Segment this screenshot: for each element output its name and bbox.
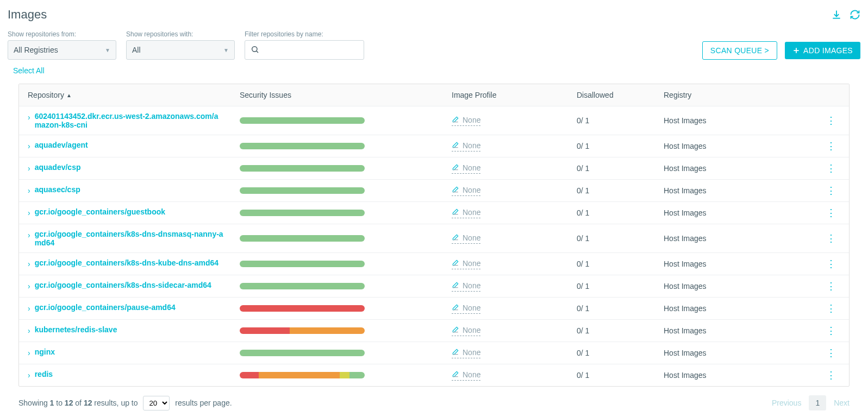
repo-link[interactable]: gcr.io/google_containers/k8s-dns-sidecar…: [35, 281, 211, 289]
expand-row-icon[interactable]: ›: [28, 370, 30, 381]
expand-row-icon[interactable]: ›: [28, 112, 30, 123]
image-profile[interactable]: None: [452, 163, 480, 174]
profile-value: None: [463, 259, 480, 268]
edit-icon: [452, 186, 459, 195]
expand-row-icon[interactable]: ›: [28, 258, 30, 269]
col-security[interactable]: Security Issues: [235, 91, 447, 99]
registry-value: Host Images: [659, 260, 817, 268]
image-profile[interactable]: None: [452, 348, 480, 358]
image-profile[interactable]: None: [452, 208, 480, 218]
expand-row-icon[interactable]: ›: [28, 281, 30, 292]
row-menu-icon[interactable]: ⋮: [817, 326, 845, 336]
edit-icon: [452, 233, 459, 243]
search-input[interactable]: [264, 46, 359, 54]
image-profile[interactable]: None: [452, 186, 480, 196]
image-profile[interactable]: None: [452, 141, 480, 151]
registry-value: Host Images: [659, 326, 817, 335]
expand-row-icon[interactable]: ›: [28, 185, 30, 196]
registry-value: Host Images: [659, 164, 817, 173]
registry-value: Host Images: [659, 371, 817, 380]
download-icon[interactable]: [831, 9, 842, 20]
registries-select-value: All Registries: [14, 46, 58, 54]
profile-value: None: [463, 326, 480, 334]
col-repository[interactable]: Repository ▲: [23, 91, 235, 99]
plus-icon: [792, 47, 800, 54]
col-repository-label: Repository: [28, 91, 64, 99]
expand-row-icon[interactable]: ›: [28, 348, 30, 358]
edit-icon: [452, 116, 459, 125]
repo-link[interactable]: kubernetes/redis-slave: [35, 325, 117, 334]
previous-page[interactable]: Previous: [772, 399, 801, 407]
edit-icon: [452, 163, 459, 173]
disallowed-value: 0/ 1: [572, 326, 659, 335]
security-bar: [240, 372, 365, 378]
page-size-select[interactable]: 20: [143, 396, 170, 410]
repo-link[interactable]: gcr.io/google_containers/pause-amd64: [35, 303, 176, 312]
refresh-icon[interactable]: [850, 9, 860, 20]
row-menu-icon[interactable]: ⋮: [817, 370, 845, 380]
repo-link[interactable]: 602401143452.dkr.ecr.us-west-2.amazonaws…: [35, 112, 225, 129]
row-menu-icon[interactable]: ⋮: [817, 163, 845, 173]
disallowed-value: 0/ 1: [572, 142, 659, 150]
expand-row-icon[interactable]: ›: [28, 325, 30, 336]
scan-queue-button[interactable]: SCAN QUEUE >: [702, 41, 777, 60]
registry-value: Host Images: [659, 116, 817, 125]
expand-row-icon[interactable]: ›: [28, 230, 30, 241]
row-menu-icon[interactable]: ⋮: [817, 259, 845, 269]
row-menu-icon[interactable]: ⋮: [817, 141, 845, 151]
security-bar: [240, 261, 365, 267]
row-menu-icon[interactable]: ⋮: [817, 186, 845, 195]
repo-link[interactable]: aquasec/csp: [35, 185, 80, 194]
col-profile[interactable]: Image Profile: [447, 91, 572, 99]
show-with-label: Show repositories with:: [126, 30, 235, 38]
expand-row-icon[interactable]: ›: [28, 303, 30, 314]
security-bar: [240, 235, 365, 242]
table-row: › aquasec/csp None 0/ 1 Host Images ⋮: [19, 180, 849, 202]
row-menu-icon[interactable]: ⋮: [817, 348, 845, 358]
table-row: › 602401143452.dkr.ecr.us-west-2.amazona…: [19, 106, 849, 135]
image-profile[interactable]: None: [452, 370, 480, 381]
results-summary: Showing 1 to 12 of 12 results, up to 20 …: [18, 396, 232, 410]
table-header: Repository ▲ Security Issues Image Profi…: [19, 84, 849, 106]
expand-row-icon[interactable]: ›: [28, 207, 30, 218]
image-profile[interactable]: None: [452, 233, 480, 244]
table-row: › gcr.io/google_containers/k8s-dns-sidec…: [19, 275, 849, 298]
show-from-label: Show repositories from:: [8, 30, 116, 38]
disallowed-value: 0/ 1: [572, 116, 659, 125]
row-menu-icon[interactable]: ⋮: [817, 233, 845, 243]
col-registry[interactable]: Registry: [659, 91, 817, 99]
image-profile[interactable]: None: [452, 326, 480, 336]
current-page: 1: [809, 395, 826, 410]
image-profile[interactable]: None: [452, 304, 480, 314]
add-images-button[interactable]: ADD IMAGES: [785, 42, 860, 59]
col-disallowed[interactable]: Disallowed: [572, 91, 659, 99]
expand-row-icon[interactable]: ›: [28, 141, 30, 151]
repo-link[interactable]: aquadev/csp: [35, 163, 81, 172]
repo-link[interactable]: aquadev/agent: [35, 141, 88, 149]
row-menu-icon[interactable]: ⋮: [817, 208, 845, 218]
row-menu-icon[interactable]: ⋮: [817, 281, 845, 291]
profile-value: None: [463, 186, 480, 194]
with-select[interactable]: All ▼: [126, 40, 235, 60]
security-bar: [240, 350, 365, 356]
repo-link[interactable]: gcr.io/google_containers/guestbook: [35, 207, 165, 216]
edit-icon: [452, 141, 459, 150]
image-profile[interactable]: None: [452, 281, 480, 292]
registry-value: Host Images: [659, 349, 817, 357]
select-all-link[interactable]: Select All: [13, 66, 45, 75]
registries-select[interactable]: All Registries ▼: [8, 40, 116, 60]
repo-link[interactable]: gcr.io/google_containers/k8s-dns-dnsmasq…: [35, 230, 225, 247]
repo-link[interactable]: nginx: [35, 348, 55, 356]
expand-row-icon[interactable]: ›: [28, 163, 30, 174]
profile-value: None: [463, 141, 480, 150]
row-menu-icon[interactable]: ⋮: [817, 116, 845, 125]
profile-value: None: [463, 370, 480, 379]
row-menu-icon[interactable]: ⋮: [817, 304, 845, 313]
repo-link[interactable]: gcr.io/google_containers/k8s-dns-kube-dn…: [35, 258, 218, 267]
image-profile[interactable]: None: [452, 259, 480, 269]
repo-link[interactable]: redis: [35, 370, 53, 378]
edit-icon: [452, 208, 459, 217]
images-table: Repository ▲ Security Issues Image Profi…: [18, 84, 850, 387]
next-page[interactable]: Next: [834, 399, 850, 407]
image-profile[interactable]: None: [452, 116, 480, 126]
